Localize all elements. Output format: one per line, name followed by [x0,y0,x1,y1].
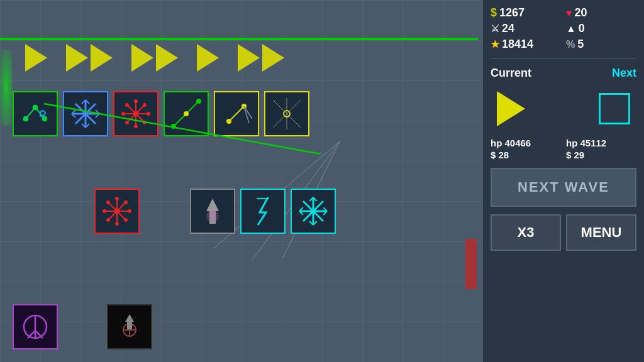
dollar-icon: $ [491,6,497,19]
svg-point-58 [124,200,128,204]
game-area [0,0,483,362]
svg-line-37 [244,106,252,119]
svg-point-53 [115,222,119,226]
enemy-5b [262,44,284,72]
svg-marker-83 [125,314,134,322]
x3-button[interactable]: X3 [491,214,561,251]
enemies-row [25,44,284,72]
towers-row-2 [94,189,336,234]
enemy-5-group [238,44,284,72]
enemy-2-group [66,44,113,72]
stats-grid: $ 1267 ♥ 20 ⚔ 24 ▲ 0 ★ 18414 % 5 [491,6,636,51]
svg-point-52 [115,197,119,200]
svg-point-55 [128,209,131,213]
current-label: Current [491,67,531,80]
star-stat: ★ 18414 [491,38,561,51]
current-enemy-icon [497,91,525,126]
towers-row-1 [13,91,309,136]
money-value: 1267 [499,6,525,19]
svg-point-29 [125,121,129,124]
enemy-3-group [131,44,178,72]
enemy-2b [91,44,113,72]
tower-purple[interactable] [13,304,58,349]
next-wave-button[interactable]: NEXT WAVE [491,168,636,207]
current-cost: $ 28 [491,150,561,160]
percent-value: 5 [577,38,584,51]
sword-icon: ⚔ [491,23,499,35]
arrow-icon: ▲ [566,23,576,35]
tower-ice-cyan[interactable] [291,189,336,234]
svg-point-57 [124,218,128,222]
percent-icon: % [566,39,575,50]
tower-angle[interactable] [214,91,259,136]
bottom-buttons: X3 MENU [491,214,636,251]
svg-point-56 [106,200,110,204]
svg-rect-84 [127,322,132,329]
svg-marker-60 [206,199,219,211]
svg-line-3 [26,107,35,119]
next-hp: hp 45112 [566,138,636,148]
tower-burst-1[interactable] [113,91,158,136]
hearts-stat: ♥ 20 [566,6,636,19]
next-enemy-icon [599,93,630,124]
divider-1 [491,58,636,59]
enemy-2a [66,44,88,72]
next-cost: $ 29 [566,150,636,160]
current-next-labels: Current Next [491,67,636,80]
arrow-value: 0 [579,22,585,35]
current-hp: hp 40466 [491,138,561,148]
money-stat: $ 1267 [491,6,561,19]
right-panel: $ 1267 ♥ 20 ⚔ 24 ▲ 0 ★ 18414 % 5 Current… [483,0,644,362]
enemy-3b [156,44,178,72]
green-glow [0,50,13,126]
tower-ice[interactable] [63,91,108,136]
hearts-value: 20 [575,6,587,19]
hp-cost-grid: hp 40466 hp 45112 $ 28 $ 29 [491,138,636,160]
svg-point-33 [184,111,189,116]
svg-point-22 [134,99,138,103]
star-icon: ★ [491,38,499,50]
percent-stat: % 5 [566,38,636,51]
tower-water[interactable] [13,91,58,136]
tower-burst-2[interactable] [94,189,140,234]
svg-point-26 [125,103,129,107]
enemy-5a [238,44,260,72]
svg-point-27 [143,121,147,124]
enemy-1 [25,44,47,72]
next-label: Next [612,67,636,80]
menu-button[interactable]: MENU [566,214,636,251]
svg-point-32 [196,99,201,104]
tower-crosshair[interactable] [107,304,152,349]
red-bar [465,239,477,289]
star-value: 18414 [502,38,533,51]
svg-point-23 [134,124,138,128]
sword-stat: ⚔ 24 [491,22,561,35]
enemy-3a [131,44,153,72]
tower-targeting[interactable] [164,91,209,136]
svg-line-35 [229,106,244,121]
svg-point-62 [206,210,219,222]
svg-point-54 [103,209,106,213]
svg-line-38 [244,106,249,123]
tower-lightning[interactable] [240,189,286,234]
svg-point-59 [106,218,110,222]
enemy-4 [197,44,219,72]
svg-point-28 [143,103,147,107]
arrow-stat: ▲ 0 [566,22,636,35]
svg-point-31 [171,124,176,129]
svg-point-24 [121,112,125,116]
tower-empty[interactable] [264,91,309,136]
tower-up-arrow[interactable] [190,189,235,234]
heart-icon: ♥ [566,8,572,19]
sword-value: 24 [502,22,514,35]
svg-point-25 [147,112,150,116]
wave-path [0,38,478,40]
wave-previews [491,86,636,131]
